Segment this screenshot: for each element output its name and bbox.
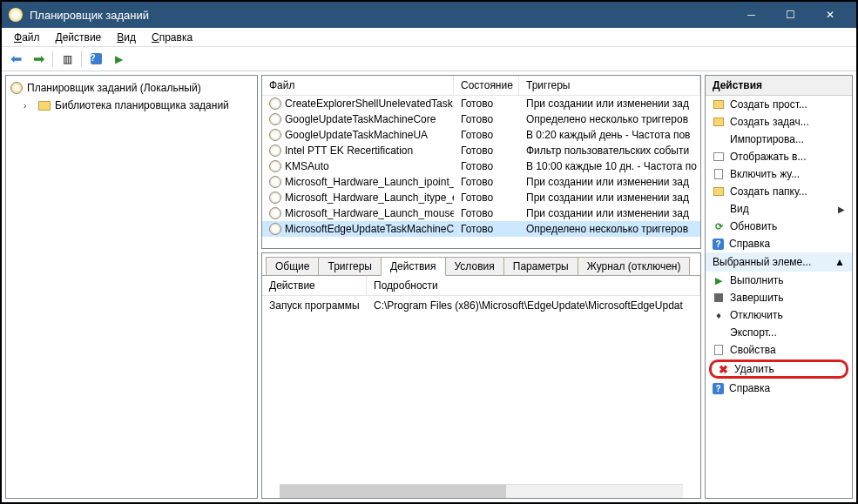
close-button[interactable]: ✕: [810, 2, 849, 28]
export-icon: [713, 326, 725, 339]
task-row[interactable]: GoogleUpdateTaskMachineUAГотовоВ 0:20 ка…: [262, 127, 700, 143]
detail-details-value: C:\Program Files (x86)\Microsoft\EdgeUpd…: [367, 298, 700, 313]
layout-icon: ▥: [63, 53, 72, 65]
refresh-icon: ⟳: [713, 220, 725, 232]
properties-icon: [713, 344, 725, 356]
tab-settings[interactable]: Параметры: [503, 257, 578, 275]
task-row[interactable]: Microsoft_Hardware_Launch_itype_exeГотов…: [262, 190, 700, 205]
tab-general[interactable]: Общие: [266, 257, 319, 275]
menu-action[interactable]: Действие: [49, 30, 109, 45]
action-help-2[interactable]: ?Справка: [706, 380, 852, 397]
actions-body: Создать прост... Создать задач... Импорт…: [706, 96, 852, 498]
detail-header-details[interactable]: Подробности: [367, 276, 700, 295]
toolbar-separator: [52, 51, 53, 67]
task-icon: [269, 207, 281, 219]
run-button[interactable]: ▶: [108, 50, 129, 69]
show-hide-button[interactable]: ▥: [57, 50, 78, 69]
center-panel: Файл Состояние Триггеры CreateExplorerSh…: [261, 75, 701, 499]
import-icon: [713, 133, 725, 145]
action-enable-history[interactable]: Включить жу...: [706, 165, 852, 183]
tab-triggers[interactable]: Триггеры: [318, 257, 382, 275]
help-button[interactable]: ?: [85, 50, 106, 69]
display-icon: [713, 151, 725, 163]
tree-library[interactable]: › Библиотека планировщика заданий: [10, 97, 253, 114]
task-icon: [269, 129, 281, 141]
tab-actions[interactable]: Действия: [381, 257, 446, 276]
main-content: Планировщик заданий (Локальный) › Библио…: [2, 71, 856, 502]
window-title: Планировщик заданий: [30, 9, 732, 22]
task-row[interactable]: KMSAutoГотовоВ 10:00 каждые 10 дн. - Час…: [262, 158, 700, 174]
detail-action-value: Запуск программы: [262, 298, 367, 313]
task-row[interactable]: Microsoft_Hardware_Launch_ipoint_...Гото…: [262, 174, 700, 190]
minimize-button[interactable]: ─: [732, 2, 771, 28]
detail-header: Действие Подробности: [262, 276, 700, 296]
tab-conditions[interactable]: Условия: [445, 257, 504, 275]
delete-icon: ✖: [717, 363, 729, 375]
log-icon: [713, 168, 725, 180]
header-triggers[interactable]: Триггеры: [519, 76, 700, 95]
back-arrow-icon: ⬅: [10, 50, 22, 67]
create-task-icon: [713, 116, 725, 128]
action-import[interactable]: Импортирова...: [706, 131, 852, 148]
toolbar: ⬅ ➡ ▥ ? ▶: [2, 47, 856, 71]
task-icon: [269, 97, 281, 110]
tab-history[interactable]: Журнал (отключен): [578, 257, 691, 275]
task-list-header: Файл Состояние Триггеры: [262, 76, 700, 96]
back-button[interactable]: ⬅: [5, 50, 26, 69]
task-row[interactable]: MicrosoftEdgeUpdateTaskMachineC...Готово…: [262, 221, 700, 237]
task-row[interactable]: CreateExplorerShellUnelevatedTaskГотовоП…: [262, 96, 700, 111]
action-help[interactable]: ?Справка: [706, 235, 852, 252]
tree-panel: Планировщик заданий (Локальный) › Библио…: [5, 75, 258, 499]
view-icon: [713, 203, 725, 215]
detail-tabs: Общие Триггеры Действия Условия Параметр…: [262, 253, 700, 275]
new-folder-icon: [713, 185, 725, 198]
action-export[interactable]: Экспорт...: [706, 324, 852, 341]
actions-header: Действия: [706, 76, 852, 96]
help-icon: ?: [91, 53, 102, 64]
clock-icon: [10, 81, 24, 95]
action-create-task[interactable]: Создать задач...: [706, 113, 852, 131]
action-properties[interactable]: Свойства: [706, 341, 852, 359]
app-icon: [9, 8, 23, 22]
task-icon: [269, 176, 281, 188]
detail-row[interactable]: Запуск программы C:\Program Files (x86)\…: [262, 296, 700, 315]
tree-root-label: Планировщик заданий (Локальный): [27, 82, 201, 94]
detail-header-action[interactable]: Действие: [262, 276, 367, 295]
task-icon: [269, 144, 281, 157]
menu-view[interactable]: Вид: [110, 30, 143, 45]
scrollbar-thumb[interactable]: [280, 485, 506, 498]
menubar: Файл Действие Вид Справка: [2, 28, 856, 47]
folder-icon: [37, 98, 51, 112]
action-delete[interactable]: ✖Удалить: [709, 360, 848, 379]
forward-arrow-icon: ➡: [33, 50, 44, 67]
action-display-all[interactable]: Отображать в...: [706, 148, 852, 165]
tab-content: Действие Подробности Запуск программы C:…: [262, 275, 700, 498]
header-file[interactable]: Файл: [262, 76, 454, 95]
action-view[interactable]: Вид▶: [706, 200, 852, 218]
tree-root[interactable]: Планировщик заданий (Локальный): [10, 79, 253, 97]
horizontal-scrollbar[interactable]: [280, 484, 683, 498]
help-icon: ?: [713, 383, 724, 394]
task-icon: [269, 192, 281, 204]
action-new-folder[interactable]: Создать папку...: [706, 183, 852, 200]
menu-help[interactable]: Справка: [145, 30, 199, 45]
task-row[interactable]: Microsoft_Hardware_Launch_mouse...Готово…: [262, 205, 700, 221]
action-create-basic[interactable]: Создать прост...: [706, 96, 852, 113]
window-controls: ─ ☐ ✕: [732, 2, 849, 28]
action-disable[interactable]: ♦Отключить: [706, 306, 852, 324]
task-list-body: CreateExplorerShellUnelevatedTaskГотовоП…: [262, 96, 700, 248]
disable-icon: ♦: [713, 309, 725, 321]
action-section-selected[interactable]: Выбранный элеме...▲: [706, 252, 852, 272]
forward-button[interactable]: ➡: [28, 50, 49, 69]
header-status[interactable]: Состояние: [454, 76, 519, 95]
chevron-right-icon[interactable]: ›: [24, 101, 34, 111]
task-row[interactable]: GoogleUpdateTaskMachineCoreГотовоОпредел…: [262, 111, 700, 127]
action-end[interactable]: Завершить: [706, 289, 852, 306]
action-refresh[interactable]: ⟳Обновить: [706, 218, 852, 235]
task-row[interactable]: Intel PTT EK RecertificationГотовоФильтр…: [262, 143, 700, 158]
action-run[interactable]: ▶Выполнить: [706, 272, 852, 289]
maximize-button[interactable]: ☐: [771, 2, 810, 28]
collapse-icon: ▲: [834, 256, 845, 268]
menu-file[interactable]: Файл: [7, 30, 47, 45]
toolbar-separator: [81, 51, 82, 67]
